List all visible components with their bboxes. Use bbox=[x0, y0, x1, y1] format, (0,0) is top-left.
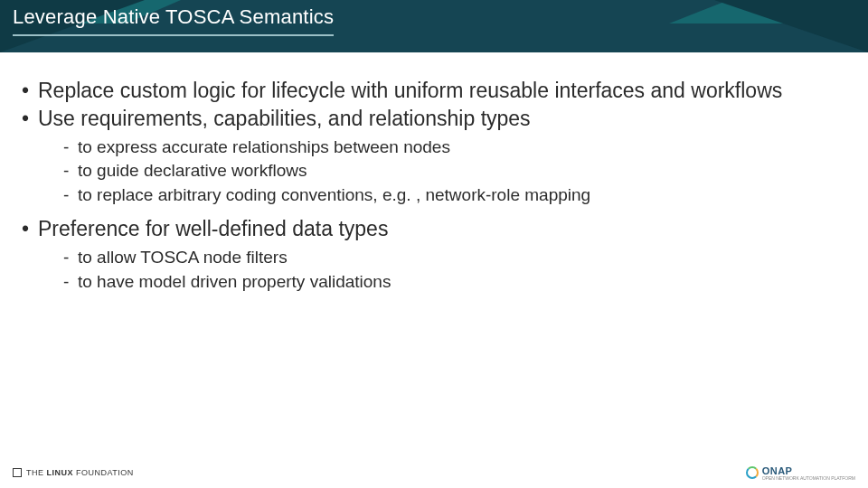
dash-marker: - bbox=[63, 159, 78, 183]
lf-bold: LINUX bbox=[47, 468, 74, 477]
slide-title: Leverage Native TOSCA Semantics bbox=[13, 5, 334, 29]
bullet-marker: • bbox=[22, 106, 38, 132]
logo-square-icon bbox=[13, 468, 22, 477]
sub-bullet-list: - to allow TOSCA node filters - to have … bbox=[63, 246, 846, 294]
bullet-text: Preference for well-defined data types bbox=[38, 216, 846, 242]
onap-label: ONAP bbox=[762, 465, 855, 476]
bullet-level1: • Use requirements, capabilities, and re… bbox=[22, 106, 846, 132]
lf-suffix: FOUNDATION bbox=[76, 468, 134, 477]
slide-body: • Replace custom logic for lifecycle wit… bbox=[0, 52, 868, 294]
title-underline bbox=[13, 34, 334, 36]
dash-marker: - bbox=[63, 183, 78, 208]
sub-bullet-text: to have model driven property validation… bbox=[78, 270, 846, 295]
sub-bullet-list: - to express accurate relationships betw… bbox=[63, 136, 846, 208]
dash-marker: - bbox=[63, 270, 78, 295]
bullet-level2: - to replace arbitrary coding convention… bbox=[63, 183, 846, 208]
bullet-marker: • bbox=[22, 78, 38, 104]
lf-prefix: THE bbox=[26, 468, 44, 477]
sub-bullet-text: to express accurate relationships betwee… bbox=[78, 136, 846, 160]
onap-logo: ONAP OPEN NETWORK AUTOMATION PLATFORM bbox=[746, 465, 855, 481]
linux-foundation-text: THE LINUX FOUNDATION bbox=[26, 468, 134, 477]
dash-marker: - bbox=[63, 246, 78, 270]
dash-marker: - bbox=[63, 136, 78, 160]
linux-foundation-logo: THE LINUX FOUNDATION bbox=[13, 468, 134, 477]
onap-subtitle: OPEN NETWORK AUTOMATION PLATFORM bbox=[762, 476, 855, 481]
sub-bullet-text: to replace arbitrary coding conventions,… bbox=[78, 183, 846, 208]
bullet-level1: • Preference for well-defined data types bbox=[22, 216, 846, 242]
bullet-level2: - to allow TOSCA node filters bbox=[63, 246, 846, 270]
bullet-text: Replace custom logic for lifecycle with … bbox=[38, 78, 846, 104]
title-container: Leverage Native TOSCA Semantics bbox=[0, 0, 868, 52]
sub-bullet-text: to guide declarative workflows bbox=[78, 159, 846, 183]
bullet-level1: • Replace custom logic for lifecycle wit… bbox=[22, 78, 846, 104]
bullet-level2: - to express accurate relationships betw… bbox=[63, 136, 846, 160]
header-banner: Leverage Native TOSCA Semantics bbox=[0, 0, 868, 52]
slide: Leverage Native TOSCA Semantics • Replac… bbox=[0, 0, 868, 488]
sub-bullet-text: to allow TOSCA node filters bbox=[78, 246, 846, 270]
bullet-text: Use requirements, capabilities, and rela… bbox=[38, 106, 846, 132]
bullet-level2: - to guide declarative workflows bbox=[63, 159, 846, 183]
onap-text-block: ONAP OPEN NETWORK AUTOMATION PLATFORM bbox=[762, 465, 855, 481]
onap-ring-icon bbox=[746, 466, 759, 479]
bullet-level2: - to have model driven property validati… bbox=[63, 270, 846, 295]
bullet-marker: • bbox=[22, 216, 38, 242]
footer: THE LINUX FOUNDATION ONAP OPEN NETWORK A… bbox=[0, 457, 868, 488]
